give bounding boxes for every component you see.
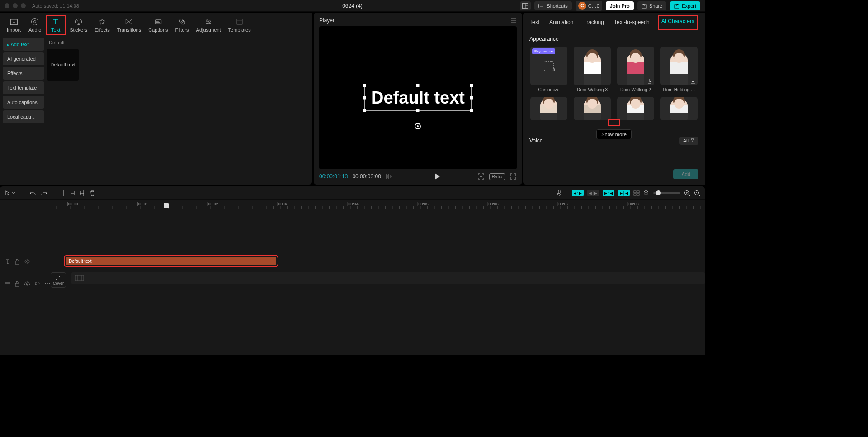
- timeline-ruler[interactable]: |00:00 |00:01 |00:02 |00:03 |00:04 |00:0…: [49, 200, 705, 210]
- export-label: Export: [682, 3, 696, 9]
- char-customize[interactable]: Pay per cre Customize: [529, 47, 568, 92]
- snap-chip-4[interactable]: ▶|◀: [618, 190, 630, 196]
- play-button[interactable]: [434, 173, 440, 180]
- tool-stickers[interactable]: Stickers: [66, 15, 90, 35]
- resize-handle-bl[interactable]: [363, 109, 366, 112]
- tab-tracking[interactable]: Tracking: [581, 16, 606, 30]
- resize-handle-br[interactable]: [470, 109, 473, 112]
- voice-filter-all[interactable]: All: [679, 137, 698, 145]
- split-tool[interactable]: [60, 190, 65, 196]
- zoom-out-icon[interactable]: [643, 190, 650, 196]
- add-button[interactable]: Add: [673, 169, 698, 179]
- tab-animation[interactable]: Animation: [547, 16, 575, 30]
- svg-rect-65: [75, 276, 84, 281]
- text-track[interactable]: Default text: [49, 257, 705, 266]
- sidebar-add-text[interactable]: Add text: [3, 38, 44, 51]
- export-button[interactable]: Export: [670, 1, 700, 10]
- mic-icon[interactable]: [557, 190, 562, 197]
- char-dom-walking-3[interactable]: Dom-Walking 3: [573, 47, 612, 92]
- window-controls[interactable]: [5, 3, 26, 8]
- trim-left-tool[interactable]: [70, 190, 75, 196]
- resize-handle-tc[interactable]: [416, 84, 420, 87]
- rotate-handle[interactable]: [415, 123, 421, 129]
- download-icon: [690, 78, 696, 84]
- tool-transitions[interactable]: Transitions: [114, 15, 144, 35]
- share-label: Share: [649, 3, 662, 9]
- sidebar-ai-generated[interactable]: AI generated: [3, 52, 44, 65]
- trim-right-tool[interactable]: [80, 190, 85, 196]
- video-track[interactable]: Cover: [49, 272, 705, 288]
- tab-tts[interactable]: Text-to-speech: [612, 16, 651, 30]
- video-track-placeholder[interactable]: [71, 272, 705, 284]
- tool-templates[interactable]: Templates: [225, 15, 254, 35]
- lock-icon[interactable]: [14, 280, 20, 287]
- minimize-window[interactable]: [13, 3, 18, 8]
- eye-icon[interactable]: [24, 281, 31, 286]
- avatar: C: [578, 2, 586, 10]
- maximize-window[interactable]: [21, 3, 26, 8]
- preview-canvas[interactable]: Default text: [319, 26, 517, 169]
- cover-button[interactable]: Cover: [51, 272, 66, 288]
- pointer-tool[interactable]: [5, 190, 15, 196]
- appearance-heading: Appearance: [529, 36, 698, 42]
- tool-audio[interactable]: Audio: [25, 15, 45, 35]
- tool-adjustment[interactable]: Adjustment: [193, 15, 224, 35]
- char-item-5[interactable]: [529, 97, 568, 120]
- zoom-fit-icon[interactable]: [694, 190, 700, 196]
- default-text-asset[interactable]: Default text: [47, 49, 79, 81]
- snap-chip-3[interactable]: ▶·◀: [603, 190, 614, 196]
- resize-handle-tr[interactable]: [470, 84, 473, 87]
- timeline-settings-icon[interactable]: [633, 190, 640, 196]
- lock-icon[interactable]: [14, 258, 20, 265]
- project-title: 0624 (4): [342, 3, 363, 9]
- show-more-toggle[interactable]: [608, 119, 620, 126]
- zoom-slider[interactable]: [653, 192, 680, 194]
- svg-rect-47: [637, 194, 639, 195]
- redo-button[interactable]: [41, 190, 48, 196]
- tool-import[interactable]: Import: [4, 15, 24, 35]
- char-item-8[interactable]: [660, 97, 698, 120]
- resize-handle-bc[interactable]: [416, 109, 420, 112]
- scan-icon[interactable]: [477, 173, 485, 180]
- tool-effects[interactable]: Effects: [91, 15, 113, 35]
- player-menu-icon[interactable]: [510, 18, 517, 23]
- svg-point-22: [209, 21, 210, 22]
- text-bounding-box[interactable]: Default text: [364, 85, 472, 111]
- snap-chip-2[interactable]: ◀|▶: [587, 190, 599, 196]
- char-dom-walking-2[interactable]: Dom-Walking 2: [616, 47, 655, 92]
- speaker-icon[interactable]: [34, 281, 41, 286]
- char-item-7[interactable]: [616, 97, 655, 120]
- sidebar-effects[interactable]: Effects: [3, 67, 44, 80]
- share-button[interactable]: Share: [637, 1, 666, 10]
- text-clip[interactable]: Default text: [66, 257, 276, 265]
- playhead[interactable]: [166, 209, 166, 355]
- timeline-tracks[interactable]: |00:00 |00:01 |00:02 |00:03 |00:04 |00:0…: [49, 200, 705, 355]
- eye-icon[interactable]: [24, 259, 31, 264]
- snap-chip-1[interactable]: ◀·▶: [572, 190, 584, 196]
- char-dom-holding[interactable]: Dom-Holding …: [660, 47, 698, 92]
- sidebar-auto-captions[interactable]: Auto captions: [3, 96, 44, 109]
- shortcuts-button[interactable]: Shortcuts: [534, 1, 571, 10]
- reorder-icon[interactable]: [5, 280, 11, 287]
- resize-handle-ml[interactable]: [363, 96, 366, 100]
- undo-button[interactable]: [29, 190, 36, 196]
- sidebar-local-captions[interactable]: Local capti…: [3, 110, 44, 123]
- tab-ai-characters[interactable]: AI Characters: [658, 15, 698, 30]
- zoom-slider-thumb[interactable]: [656, 190, 661, 195]
- fullscreen-icon[interactable]: [509, 173, 517, 180]
- char-item-6[interactable]: [573, 97, 612, 120]
- tool-text[interactable]: Text: [46, 15, 66, 35]
- delete-button[interactable]: [90, 190, 95, 196]
- resize-handle-mr[interactable]: [470, 96, 473, 100]
- zoom-in-icon[interactable]: [684, 190, 690, 196]
- ratio-button[interactable]: Ratio: [489, 173, 505, 180]
- resize-handle-tl[interactable]: [363, 84, 366, 87]
- layout-icon[interactable]: [520, 1, 531, 10]
- tool-filters[interactable]: Filters: [172, 15, 192, 35]
- join-pro-button[interactable]: Join Pro: [606, 1, 634, 10]
- tab-text[interactable]: Text: [528, 16, 541, 30]
- tool-captions[interactable]: Captions: [145, 15, 171, 35]
- user-chip[interactable]: C C…0: [576, 1, 602, 11]
- sidebar-text-template[interactable]: Text template: [3, 81, 44, 94]
- close-window[interactable]: [5, 3, 9, 8]
